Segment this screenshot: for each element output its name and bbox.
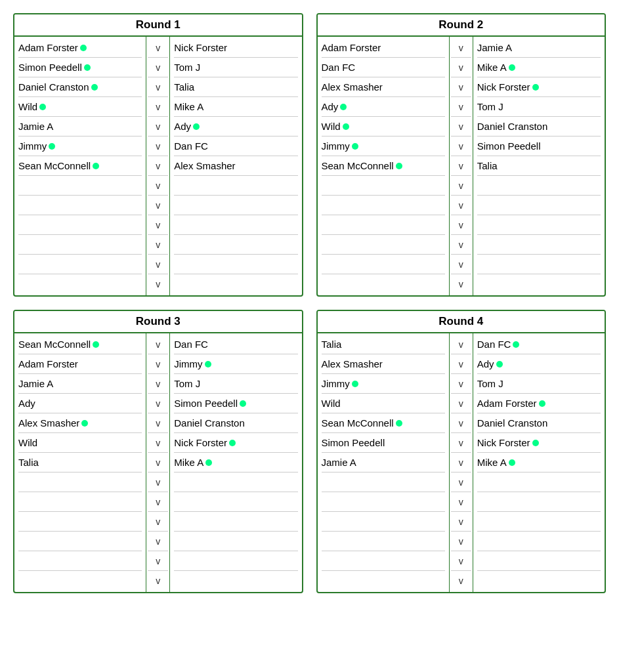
round-3-right-cell-9 — [174, 512, 297, 532]
round-3-vs-cell-1: v — [148, 354, 168, 374]
round-1-left-cell-6: Sean McConnell — [18, 156, 142, 176]
round-4-right-dot-3 — [539, 400, 545, 407]
round-3-left-name-3: Ady — [18, 398, 35, 409]
round-3-vs-cell-6: v — [148, 453, 168, 472]
round-2-left-cell-0: Adam Forster — [322, 38, 445, 58]
round-3-left-cell-2: Jamie A — [18, 374, 142, 394]
round-3-right-dot-3 — [240, 400, 246, 407]
round-4-right-name-0: Dan FC — [477, 339, 511, 350]
round-3-left-dot-4 — [81, 420, 88, 427]
round-4-right-cell-10 — [477, 532, 601, 551]
round-1-left-cell-7 — [18, 176, 142, 196]
round-1-left-name-4: Jamie A — [18, 121, 53, 132]
round-2-vs-cell-6: v — [451, 156, 471, 176]
round-4-left-name-5: Simon Peedell — [322, 437, 385, 448]
round-1-left-cell-1: Simon Peedell — [18, 58, 142, 77]
round-2-left-cell-2: Alex Smasher — [322, 77, 445, 97]
round-1-left-dot-5 — [49, 143, 55, 150]
round-2-left-cell-11 — [322, 255, 445, 274]
round-1-left-name-6: Sean McConnell — [18, 160, 91, 171]
round-4-vs-cell-12: v — [451, 571, 471, 591]
round-4-vs-cell-3: v — [451, 394, 471, 413]
round-4-left-cell-1: Alex Smasher — [322, 354, 445, 374]
round-3-vs-cell-11: v — [148, 551, 168, 571]
round-2-left-cell-5: Jimmy — [322, 136, 445, 156]
round-4-right-dot-6 — [509, 459, 515, 466]
round-2-right-cell-9 — [477, 215, 601, 235]
round-4-right-cell-4: Daniel Cranston — [477, 413, 601, 433]
round-4-right-cell-5: Nick Forster — [477, 433, 601, 453]
round-4-right-cell-6: Mike A — [477, 453, 601, 472]
round-2-col-left: Adam ForsterDan FCAlex SmasherAdyWildJim… — [318, 37, 450, 295]
round-4-content: TaliaAlex SmasherJimmyWildSean McConnell… — [318, 333, 605, 592]
round-3-vs-cell-2: v — [148, 374, 168, 394]
round-3-right-name-1: Jimmy — [174, 358, 202, 369]
round-4-right-name-2: Tom J — [477, 378, 503, 389]
round-1-vs-cell-0: v — [148, 38, 168, 58]
round-1-left-cell-11 — [18, 255, 142, 274]
round-3-left-cell-8 — [18, 492, 142, 512]
round-2-col-vs: vvvvvvvvvvvvv — [450, 37, 473, 295]
round-1-right-cell-0: Nick Forster — [174, 38, 297, 58]
round-3-right-cell-7 — [174, 472, 297, 492]
round-4-left-dot-2 — [352, 381, 358, 387]
round-3-right-dot-5 — [229, 440, 236, 446]
round-4-left-cell-7 — [322, 472, 445, 492]
round-4-right-name-3: Adam Forster — [477, 398, 537, 409]
round-3-vs-cell-7: v — [148, 472, 168, 492]
round-1-left-dot-0 — [80, 45, 87, 51]
round-2-vs-cell-9: v — [451, 215, 471, 235]
round-1-right-name-5: Dan FC — [174, 140, 208, 152]
round-4-right-cell-0: Dan FC — [477, 335, 601, 354]
round-4-vs-cell-7: v — [451, 472, 471, 492]
round-2-right-name-1: Mike A — [477, 62, 507, 73]
round-2-right-name-6: Talia — [477, 160, 498, 171]
round-4-left-name-4: Sean McConnell — [322, 417, 394, 429]
round-4-right-name-1: Ady — [477, 358, 494, 369]
round-1-vs-cell-6: v — [148, 156, 168, 176]
round-1-right-cell-8 — [174, 196, 297, 215]
round-3-vs-cell-3: v — [148, 394, 168, 413]
round-3-vs-cell-0: v — [148, 335, 168, 354]
round-3-title: Round 3 — [14, 311, 302, 333]
round-1-vs-cell-3: v — [148, 97, 168, 117]
round-4-left-cell-0: Talia — [322, 335, 445, 354]
round-1-left-name-2: Daniel Cranston — [18, 81, 89, 93]
round-1-vs-cell-10: v — [148, 235, 168, 255]
round-4-col-vs: vvvvvvvvvvvvv — [450, 333, 473, 592]
round-4-right-cell-1: Ady — [477, 354, 601, 374]
round-4-vs-cell-8: v — [451, 492, 471, 512]
round-2-left-dot-5 — [352, 143, 358, 150]
round-4-vs-cell-6: v — [451, 453, 471, 472]
round-1-right-cell-6: Alex Smasher — [174, 156, 297, 176]
round-3-left-name-0: Sean McConnell — [18, 339, 91, 350]
round-3-vs-cell-5: v — [148, 433, 168, 453]
round-4-box: Round 4TaliaAlex SmasherJimmyWildSean Mc… — [316, 310, 607, 593]
round-3-left-cell-10 — [18, 532, 142, 551]
round-4-left-cell-12 — [322, 571, 445, 591]
round-2-left-dot-4 — [343, 123, 349, 130]
round-2-left-cell-12 — [322, 274, 445, 294]
round-4-vs-cell-0: v — [451, 335, 471, 354]
round-4-left-cell-6: Jamie A — [322, 453, 445, 472]
round-4-vs-cell-4: v — [451, 413, 471, 433]
round-2-right-cell-10 — [477, 235, 601, 255]
round-2-left-name-3: Ady — [322, 101, 339, 112]
round-3-left-dot-0 — [93, 341, 99, 348]
round-3-right-name-0: Dan FC — [174, 339, 208, 350]
round-1-vs-cell-1: v — [148, 58, 168, 77]
round-4-left-name-0: Talia — [322, 339, 342, 350]
round-1-right-name-6: Alex Smasher — [174, 160, 235, 171]
rounds-grid: Round 1Adam ForsterSimon PeedellDaniel C… — [7, 7, 612, 600]
round-2-right-name-0: Jamie A — [477, 42, 512, 53]
round-4-right-dot-5 — [532, 440, 539, 446]
round-4-title: Round 4 — [318, 311, 605, 333]
round-1-title: Round 1 — [14, 14, 302, 37]
round-4-right-name-5: Nick Forster — [477, 437, 530, 448]
round-4-right-dot-1 — [496, 361, 503, 368]
round-1-right-cell-12 — [174, 274, 297, 294]
round-4-vs-cell-1: v — [451, 354, 471, 374]
round-1-right-cell-3: Mike A — [174, 97, 297, 117]
round-3-vs-cell-9: v — [148, 512, 168, 532]
round-3-left-cell-6: Talia — [18, 453, 142, 472]
